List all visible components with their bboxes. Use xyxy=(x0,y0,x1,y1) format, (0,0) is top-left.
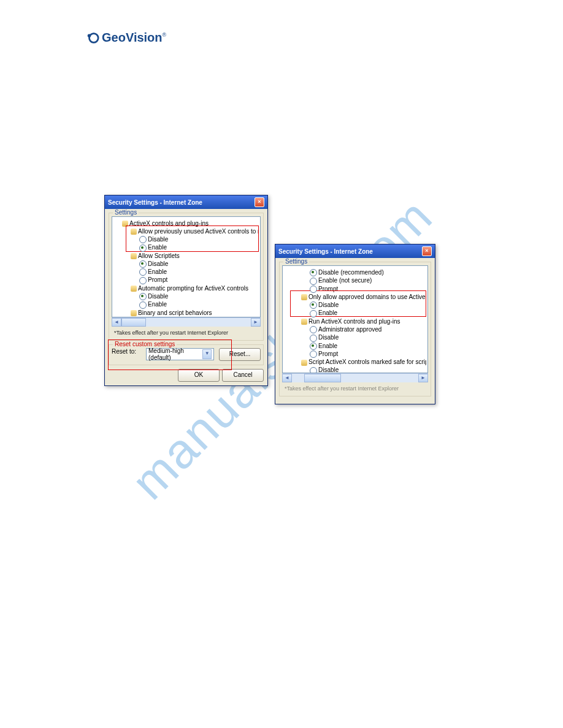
radio-option[interactable]: Enable xyxy=(113,268,259,276)
radio-option[interactable]: Enable xyxy=(113,243,259,251)
settings-tree[interactable]: Disable (recommended) Enable (not secure… xyxy=(282,265,428,373)
tree-item: Automatic prompting for ActiveX controls xyxy=(113,284,259,292)
scroll-right-icon[interactable]: ► xyxy=(418,374,428,382)
tree-item: Only allow approved domains to use Activ… xyxy=(284,293,426,301)
settings-group: Settings Disable (recommended) Enable (n… xyxy=(279,262,431,396)
tree-item: Allow Scriptlets xyxy=(113,252,259,260)
scroll-thumb[interactable] xyxy=(304,374,341,382)
radio-option[interactable]: Disable (recommended) xyxy=(284,268,426,276)
logo-icon xyxy=(86,31,99,45)
radio-option[interactable]: Disable xyxy=(284,366,426,373)
gear-icon xyxy=(301,360,307,366)
cancel-button[interactable]: Cancel xyxy=(222,369,264,382)
radio-option[interactable]: Enable xyxy=(284,309,426,317)
tree-item: Run ActiveX controls and plug-ins xyxy=(284,317,426,325)
window-title: Security Settings - Internet Zone xyxy=(278,248,373,255)
gear-icon xyxy=(301,319,307,325)
horizontal-scrollbar[interactable]: ◄ ► xyxy=(282,373,428,382)
footnote: *Takes effect after you restart Internet… xyxy=(112,327,261,338)
security-settings-dialog-1: Security Settings - Internet Zone × Sett… xyxy=(104,195,268,386)
reset-legend: Reset custom settings xyxy=(113,341,177,347)
radio-option[interactable]: Prompt xyxy=(113,276,259,284)
svg-point-1 xyxy=(88,34,91,37)
tree-item: Allow previously unused ActiveX controls… xyxy=(113,227,259,235)
settings-legend: Settings xyxy=(283,258,309,265)
gear-icon xyxy=(131,229,137,235)
radio-option[interactable]: Disable xyxy=(284,333,426,341)
radio-option[interactable]: Enable xyxy=(113,300,259,308)
ok-button[interactable]: OK xyxy=(178,369,220,382)
gear-icon xyxy=(131,310,137,316)
radio-option[interactable]: Disable xyxy=(284,301,426,309)
gear-icon xyxy=(131,286,137,292)
settings-tree[interactable]: ActiveX controls and plug-ins Allow prev… xyxy=(112,216,261,317)
logo-text: GeoVision xyxy=(102,31,163,45)
reset-group: Reset custom settings Reset to: Medium-h… xyxy=(109,344,264,365)
reset-button[interactable]: Reset... xyxy=(219,348,261,361)
radio-option[interactable]: Disable xyxy=(113,292,259,300)
chevron-down-icon[interactable]: ▼ xyxy=(202,349,212,359)
logo-registered: ® xyxy=(163,32,167,38)
radio-option[interactable]: Administrator approved xyxy=(113,317,259,317)
tree-item: Script ActiveX controls marked safe for … xyxy=(284,358,426,366)
radio-option[interactable]: Enable xyxy=(284,342,426,350)
reset-to-label: Reset to: xyxy=(112,348,141,361)
radio-option[interactable]: Enable (not secure) xyxy=(284,276,426,284)
reset-to-select[interactable]: Medium-high (default) ▼ xyxy=(146,348,214,360)
close-icon[interactable]: × xyxy=(422,246,432,256)
tree-item: Binary and script behaviors xyxy=(113,309,259,317)
scroll-left-icon[interactable]: ◄ xyxy=(282,374,292,382)
gear-icon xyxy=(301,294,307,300)
scroll-thumb[interactable] xyxy=(121,318,146,327)
titlebar[interactable]: Security Settings - Internet Zone × xyxy=(275,245,435,258)
tree-item: ActiveX controls and plug-ins xyxy=(113,219,259,227)
close-icon[interactable]: × xyxy=(255,197,264,207)
radio-option[interactable]: Prompt xyxy=(284,285,426,293)
titlebar[interactable]: Security Settings - Internet Zone × xyxy=(105,195,267,209)
radio-option[interactable]: Disable xyxy=(113,260,259,268)
gear-icon xyxy=(131,253,137,259)
scroll-right-icon[interactable]: ► xyxy=(251,318,261,327)
settings-legend: Settings xyxy=(113,209,139,216)
scroll-left-icon[interactable]: ◄ xyxy=(112,318,121,327)
brand-logo: GeoVision ® xyxy=(86,31,166,45)
window-title: Security Settings - Internet Zone xyxy=(108,199,202,206)
radio-option[interactable]: Disable xyxy=(113,235,259,243)
radio-option[interactable]: Prompt xyxy=(284,350,426,358)
radio-option[interactable]: Administrator approved xyxy=(284,325,426,333)
footnote: *Takes effect after you restart Internet… xyxy=(282,382,428,393)
gear-icon xyxy=(122,221,128,227)
security-settings-dialog-2: Security Settings - Internet Zone × Sett… xyxy=(275,244,435,404)
settings-group: Settings ActiveX controls and plug-ins A… xyxy=(109,213,264,341)
horizontal-scrollbar[interactable]: ◄ ► xyxy=(112,317,261,327)
